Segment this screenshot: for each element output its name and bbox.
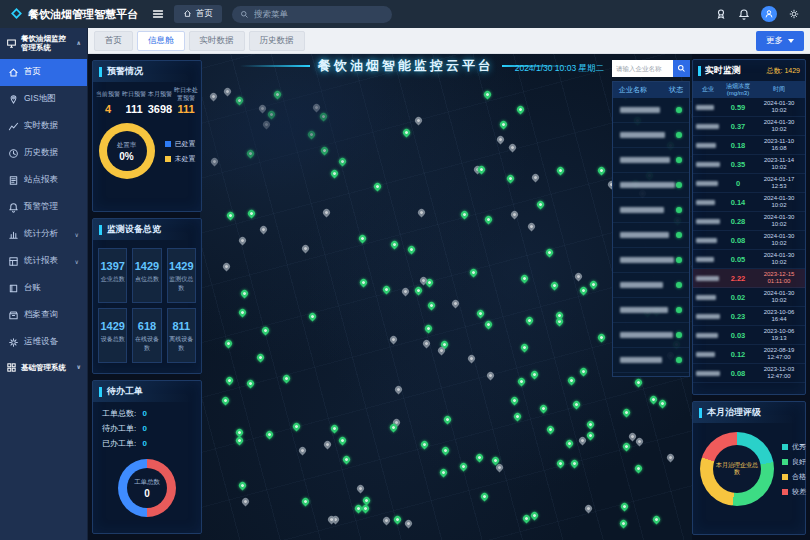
map-marker[interactable] [265, 429, 275, 439]
settings-icon[interactable] [788, 8, 800, 20]
map-marker[interactable] [596, 333, 606, 343]
map-marker[interactable] [393, 385, 403, 395]
map-marker[interactable] [586, 420, 596, 430]
map-marker[interactable] [258, 225, 268, 235]
map-marker[interactable] [572, 399, 582, 409]
map-marker[interactable] [469, 268, 479, 278]
realtime-row[interactable]: 0.282024-01-30 10:02 [693, 212, 805, 231]
award-icon[interactable] [715, 8, 727, 20]
map-marker[interactable] [414, 116, 424, 126]
sidebar-item-运维设备[interactable]: 运维设备 [0, 329, 87, 356]
sidebar-item-档案查询[interactable]: 档案查询 [0, 302, 87, 329]
map-marker[interactable] [556, 458, 566, 468]
map-marker[interactable] [238, 480, 248, 490]
sidebar-section-catering[interactable]: 餐饮油烟监控管理系统 ∧ [0, 28, 87, 59]
more-button[interactable]: 更多 [756, 31, 804, 51]
map-marker[interactable] [527, 221, 537, 231]
map-marker[interactable] [419, 440, 429, 450]
map-marker[interactable] [238, 307, 248, 317]
sidebar-item-统计报表[interactable]: 统计报表∨ [0, 248, 87, 275]
map-marker[interactable] [512, 411, 522, 421]
menu-search-input[interactable] [254, 9, 374, 19]
map-marker[interactable] [596, 165, 606, 175]
map-marker[interactable] [222, 87, 232, 97]
sidebar-item-首页[interactable]: 首页 [0, 59, 87, 86]
map-marker[interactable] [570, 458, 580, 468]
map-marker[interactable] [622, 407, 632, 417]
tab-历史数据[interactable]: 历史数据 [249, 31, 305, 51]
map-marker[interactable] [486, 370, 496, 380]
map-marker[interactable] [423, 324, 433, 334]
map-marker[interactable] [480, 491, 490, 501]
map-marker[interactable] [272, 90, 282, 100]
map-marker[interactable] [442, 415, 452, 425]
map-marker[interactable] [298, 445, 308, 455]
map-marker[interactable] [389, 335, 399, 345]
realtime-row[interactable]: 0.032023-10-06 19:13 [693, 326, 805, 345]
map-marker[interactable] [520, 342, 530, 352]
map-marker[interactable] [649, 394, 659, 404]
company-row[interactable] [613, 123, 689, 148]
map-marker[interactable] [260, 325, 270, 335]
map-marker[interactable] [467, 354, 477, 364]
sidebar-item-台账[interactable]: 台账 [0, 275, 87, 302]
company-row[interactable] [613, 298, 689, 323]
sidebar-item-历史数据[interactable]: 历史数据 [0, 140, 87, 167]
map-marker[interactable] [545, 425, 555, 435]
map-marker[interactable] [550, 281, 560, 291]
map-marker[interactable] [373, 181, 383, 191]
map-marker[interactable] [666, 452, 676, 462]
map-marker[interactable] [210, 156, 220, 166]
map-marker[interactable] [439, 467, 449, 477]
company-row[interactable] [613, 223, 689, 248]
bell-icon[interactable] [738, 8, 750, 20]
map-marker[interactable] [235, 96, 245, 106]
map-marker[interactable] [588, 279, 598, 289]
realtime-row[interactable]: 0.082023-12-03 12:47:00 [693, 364, 805, 383]
map-marker[interactable] [658, 398, 668, 408]
map-marker[interactable] [338, 157, 348, 167]
company-search-input[interactable] [612, 60, 673, 77]
map-marker[interactable] [530, 173, 540, 183]
company-row[interactable] [613, 248, 689, 273]
map-marker[interactable] [621, 442, 631, 452]
map-marker[interactable] [329, 169, 339, 179]
map-marker[interactable] [498, 120, 508, 130]
map-marker[interactable] [539, 404, 549, 414]
map-marker[interactable] [519, 273, 529, 283]
map-marker[interactable] [441, 446, 451, 456]
realtime-row[interactable]: 0.022024-01-30 10:02 [693, 288, 805, 307]
map-marker[interactable] [239, 288, 249, 298]
map-marker[interactable] [209, 92, 219, 102]
realtime-row[interactable]: 02024-01-17 12:53 [693, 174, 805, 193]
map-marker[interactable] [323, 440, 333, 450]
tab-首页[interactable]: 首页 [94, 31, 133, 51]
map-marker[interactable] [421, 339, 431, 349]
map-marker[interactable] [301, 243, 311, 253]
realtime-row[interactable]: 0.592024-01-30 10:02 [693, 98, 805, 117]
map-marker[interactable] [401, 286, 411, 296]
map-marker[interactable] [578, 285, 588, 295]
map-marker[interactable] [565, 438, 575, 448]
realtime-row[interactable]: 0.182023-11-10 16:08 [693, 136, 805, 155]
company-row[interactable] [613, 273, 689, 298]
map-marker[interactable] [308, 311, 318, 321]
map-marker[interactable] [329, 424, 339, 434]
realtime-row[interactable]: 0.372024-01-30 10:02 [693, 117, 805, 136]
map-marker[interactable] [258, 103, 268, 113]
realtime-row[interactable]: 0.052024-01-30 10:02 [693, 250, 805, 269]
map-marker[interactable] [300, 496, 310, 506]
map-marker[interactable] [318, 112, 328, 122]
sidebar-section-base[interactable]: 基础管理系统 ∨ [0, 356, 87, 379]
map-marker[interactable] [225, 211, 235, 221]
map-marker[interactable] [516, 377, 526, 387]
map-marker[interactable] [393, 515, 403, 525]
map-marker[interactable] [483, 215, 493, 225]
map-marker[interactable] [475, 309, 485, 319]
map-marker[interactable] [651, 515, 661, 525]
map-marker[interactable] [262, 119, 272, 129]
company-row[interactable] [613, 323, 689, 348]
map-marker[interactable] [241, 496, 251, 506]
sidebar-item-统计分析[interactable]: 统计分析∨ [0, 221, 87, 248]
realtime-row[interactable]: 2.222023-12-15 01:11:00 [693, 269, 805, 288]
